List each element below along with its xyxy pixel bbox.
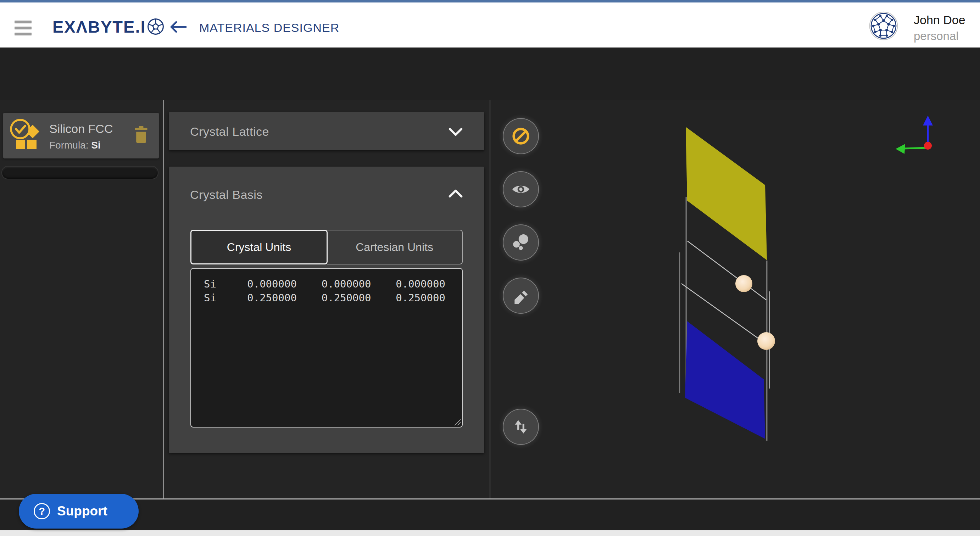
basis-editor-wrap: Si 0.000000 0.000000 0.000000 Si 0.25000…	[190, 268, 463, 428]
back-arrow-icon[interactable]	[169, 20, 187, 34]
viewer-3d[interactable]	[490, 100, 980, 498]
toggle-bonds-button[interactable]	[503, 118, 539, 154]
materials-designer-app: { "brand": { "logo_text": "EXΛBYTE.I", "…	[0, 0, 980, 536]
atom-sphere	[735, 275, 752, 292]
tab-cartesian-units[interactable]: Cartesian Units	[327, 230, 463, 264]
inspector-panel: Crystal Lattice Crystal Basis Crystal Un…	[164, 100, 490, 498]
axes-gizmo	[896, 116, 933, 154]
material-formula: Formula: Si	[49, 140, 101, 151]
menubar: INPUT/OUTPUT EDIT VIEW ADVANCED HELP	[0, 48, 980, 100]
chevron-down-icon[interactable]	[448, 127, 463, 137]
chevron-up-icon[interactable]	[448, 189, 463, 199]
top-accent-line	[0, 0, 980, 3]
bottom-bar	[0, 499, 980, 530]
help-question-icon: ?	[34, 503, 50, 519]
page-title: MATERIALS DESIGNER	[199, 21, 339, 35]
materials-sidebar: Silicon FCC Formula: Si	[0, 100, 164, 498]
import-export-icon	[512, 418, 530, 436]
atoms-view-button[interactable]	[503, 224, 539, 261]
content: Silicon FCC Formula: Si Crystal Lattice …	[0, 100, 980, 498]
hamburger-menu-icon[interactable]	[14, 21, 32, 35]
visibility-button[interactable]	[503, 171, 539, 207]
atoms-icon	[512, 234, 529, 251]
exabyte-logo[interactable]: EXΛBYTE.I	[52, 17, 164, 37]
crystal-lattice-section[interactable]: Crystal Lattice	[169, 112, 484, 150]
sidebar-scroll-track[interactable]	[2, 166, 159, 180]
lattice-face-top	[686, 127, 767, 260]
pencil-icon	[512, 287, 530, 304]
block-icon	[511, 127, 530, 146]
lattice-face-bottom	[685, 321, 765, 439]
crystal-lattice-title: Crystal Lattice	[190, 125, 269, 138]
avatar[interactable]	[869, 11, 899, 41]
header: EXΛBYTE.I MATERIALS DESIGNER	[0, 3, 980, 48]
units-tabs: Crystal Units Cartesian Units	[190, 230, 463, 264]
material-name: Silicon FCC	[49, 122, 113, 136]
user-name: John Doe	[914, 13, 966, 27]
atom-sphere	[757, 332, 775, 350]
edit-button[interactable]	[503, 278, 539, 314]
delete-material-icon[interactable]	[133, 124, 149, 145]
formula-value: Si	[91, 140, 100, 151]
basis-coordinates-input[interactable]: Si 0.000000 0.000000 0.000000 Si 0.25000…	[190, 268, 463, 428]
import-export-button[interactable]	[503, 409, 539, 445]
eye-icon	[512, 183, 530, 195]
crystal-basis-title: Crystal Basis	[190, 188, 263, 202]
crystal-basis-section: Crystal Basis Crystal Units Cartesian Un…	[169, 167, 484, 453]
user-workspace: personal	[914, 29, 959, 43]
logo-text: EXΛBYTE.I	[52, 17, 146, 37]
material-icon	[8, 118, 44, 153]
tab-crystal-units[interactable]: Crystal Units	[190, 230, 328, 264]
material-list-item[interactable]: Silicon FCC Formula: Si	[3, 113, 159, 159]
support-label: Support	[57, 504, 107, 519]
logo-ball-icon	[147, 18, 164, 35]
support-button[interactable]: ? Support	[19, 494, 138, 528]
crystal-scene	[490, 100, 980, 498]
